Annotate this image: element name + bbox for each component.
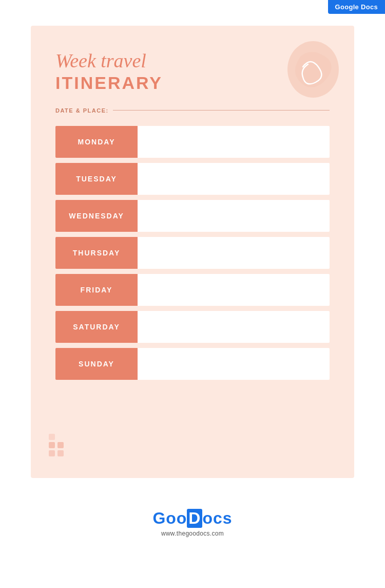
footer: GooDocs www.thegoodocs.com	[0, 493, 385, 547]
svg-rect-1	[49, 442, 55, 448]
footer-url: www.thegoodocs.com	[161, 530, 224, 537]
days-table: MONDAY TUESDAY WEDNESDAY THURSDAY FRIDAY	[55, 126, 330, 380]
day-label-sunday: SUNDAY	[55, 348, 138, 380]
date-place-line	[113, 110, 330, 111]
day-label-thursday: THURSDAY	[55, 237, 138, 269]
table-row: SATURDAY	[55, 311, 330, 343]
svg-rect-5	[49, 434, 55, 440]
day-label-monday: MONDAY	[55, 126, 138, 158]
table-row: WEDNESDAY	[55, 200, 330, 232]
day-label-tuesday: TUESDAY	[55, 163, 138, 195]
table-row: TUESDAY	[55, 163, 330, 195]
day-content-friday[interactable]	[138, 274, 330, 306]
day-content-tuesday[interactable]	[138, 163, 330, 195]
google-docs-badge-label: Google Docs	[335, 3, 378, 11]
doc-card: Week travel ITINERARY DATE & PLACE: MOND…	[31, 26, 354, 478]
day-content-wednesday[interactable]	[138, 200, 330, 232]
decorative-blob-top-right	[272, 41, 339, 103]
svg-rect-4	[57, 450, 64, 456]
date-place-label: DATE & PLACE:	[55, 107, 109, 114]
google-docs-badge: Google Docs	[328, 0, 385, 14]
goodocs-logo: GooDocs	[152, 509, 232, 528]
day-label-friday: FRIDAY	[55, 274, 138, 306]
svg-rect-3	[49, 450, 55, 456]
day-label-saturday: SATURDAY	[55, 311, 138, 343]
date-place-row: DATE & PLACE:	[55, 107, 330, 114]
logo-goo: Goo	[152, 509, 187, 527]
logo-d: D	[187, 509, 202, 528]
table-row: THURSDAY	[55, 237, 330, 269]
day-content-saturday[interactable]	[138, 311, 330, 343]
page-wrapper: Google Docs Week travel ITINERARY DATE &…	[0, 0, 385, 547]
table-row: FRIDAY	[55, 274, 330, 306]
decorative-blob-bottom-left	[46, 421, 92, 463]
table-row: MONDAY	[55, 126, 330, 158]
table-row: SUNDAY	[55, 348, 330, 380]
day-content-sunday[interactable]	[138, 348, 330, 380]
day-content-monday[interactable]	[138, 126, 330, 158]
logo-ocs: ocs	[202, 509, 232, 527]
day-content-thursday[interactable]	[138, 237, 330, 269]
day-label-wednesday: WEDNESDAY	[55, 200, 138, 232]
svg-rect-2	[57, 442, 64, 448]
